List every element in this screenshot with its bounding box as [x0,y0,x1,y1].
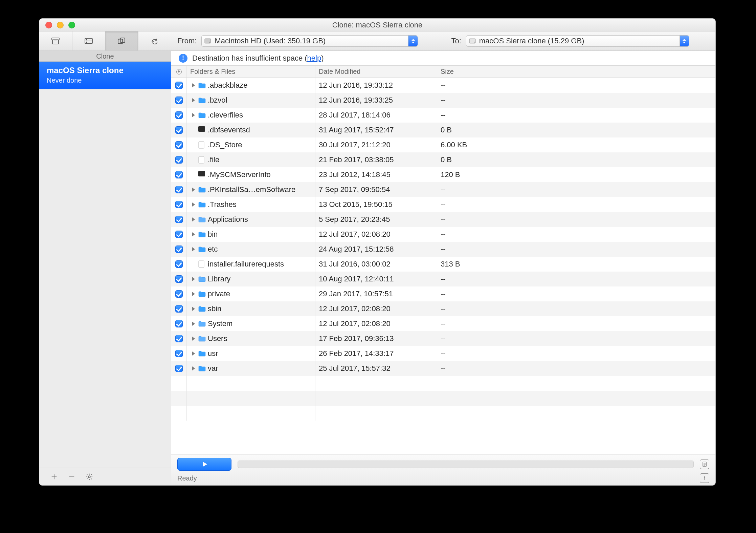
file-row[interactable]: .MySCMServerInfo23 Jul 2012, 14:18:45120… [171,167,715,182]
header-name-column[interactable]: Folders & Files [187,66,315,78]
row-checkbox[interactable] [175,216,183,223]
row-checkbox[interactable] [175,171,183,178]
remove-task-button[interactable] [67,472,76,482]
file-row[interactable]: System12 Jul 2017, 02:08:20-- [171,316,715,331]
svg-rect-13 [205,39,211,43]
disclosure-triangle-icon[interactable] [192,217,195,221]
run-button[interactable] [177,458,231,471]
warning-help-link[interactable]: help [307,54,321,62]
row-filename: etc [208,245,218,254]
header-check-column[interactable] [171,66,187,78]
row-checkbox[interactable] [175,156,183,164]
disclosure-triangle-icon[interactable] [192,337,195,341]
row-checkbox[interactable] [175,320,183,327]
row-checkbox[interactable] [175,335,183,342]
file-row[interactable]: private29 Jan 2017, 10:57:51-- [171,286,715,301]
row-date: 21 Feb 2017, 03:38:05 [315,152,437,167]
row-size: 6.00 KB [437,137,500,152]
row-checkbox[interactable] [175,111,183,119]
row-date: 31 Jul 2016, 03:00:02 [315,257,437,272]
settings-button[interactable] [85,472,94,482]
sidebar-tab-archive[interactable] [39,31,72,50]
header-date-column[interactable]: Date Modified [315,66,437,78]
row-filename: System [208,319,232,328]
row-date: 7 Sep 2017, 09:50:54 [315,182,437,197]
row-checkbox[interactable] [175,82,183,89]
disclosure-triangle-icon[interactable] [192,188,195,192]
row-checkbox[interactable] [175,201,183,208]
file-row[interactable]: .file21 Feb 2017, 03:38:050 B [171,152,715,167]
sidebar-tab-clone[interactable] [105,31,138,50]
row-checkbox[interactable] [175,246,183,253]
file-row[interactable]: .cleverfiles28 Jul 2017, 18:14:06-- [171,108,715,123]
file-row[interactable]: .PKInstallSa…emSoftware7 Sep 2017, 09:50… [171,182,715,197]
sidebar-tab-sync[interactable] [138,31,171,50]
executable-icon [198,126,206,134]
row-filename: .MySCMServerInfo [208,170,271,179]
row-checkbox[interactable] [175,260,183,268]
row-checkbox[interactable] [175,97,183,104]
disclosure-triangle-icon[interactable] [192,232,195,236]
row-name-cell: Users [187,331,315,346]
row-size: 0 B [437,123,500,137]
sidebar-task[interactable]: macOS Sierra cloneNever done [39,62,171,89]
file-row[interactable]: installer.failurerequests31 Jul 2016, 03… [171,257,715,272]
disclosure-triangle-icon[interactable] [192,277,195,281]
folder-icon [198,186,206,193]
row-checkbox[interactable] [175,290,183,298]
row-checkbox[interactable] [175,126,183,134]
row-checkbox[interactable] [175,350,183,357]
row-checkbox-cell [171,137,187,152]
row-size: -- [437,286,500,301]
row-filename: bin [208,230,218,239]
row-checkbox[interactable] [175,305,183,313]
task-subtitle: Never done [47,77,163,84]
row-checkbox[interactable] [175,365,183,372]
folder-icon [198,201,206,208]
task-title: macOS Sierra clone [47,66,163,75]
file-list[interactable]: .abackblaze12 Jun 2016, 19:33:12--.bzvol… [171,78,715,454]
file-row[interactable]: Applications5 Sep 2017, 20:23:45-- [171,212,715,227]
row-checkbox-cell [171,123,187,137]
row-date: 12 Jul 2017, 02:08:20 [315,316,437,331]
row-size: 313 B [437,257,500,272]
row-checkbox[interactable] [175,231,183,238]
file-row[interactable]: .Trashes13 Oct 2015, 19:50:15-- [171,197,715,212]
dest-volume-popup[interactable]: macOS Sierra clone (15.29 GB) [466,35,689,47]
file-row[interactable]: Users17 Feb 2017, 09:36:13-- [171,331,715,346]
row-checkbox[interactable] [175,275,183,283]
disclosure-triangle-icon[interactable] [192,98,195,102]
file-row[interactable]: var25 Jul 2017, 15:57:32-- [171,361,715,376]
file-row[interactable]: .bzvol12 Jun 2016, 19:33:25-- [171,93,715,108]
alert-button[interactable] [700,473,709,483]
file-row[interactable]: .dbfseventsd31 Aug 2017, 15:52:470 B [171,123,715,137]
file-row[interactable]: .DS_Store30 Jul 2017, 21:12:206.00 KB [171,137,715,152]
disclosure-triangle-icon[interactable] [192,83,195,87]
disclosure-triangle-icon[interactable] [192,322,195,326]
file-row[interactable]: etc24 Aug 2017, 15:12:58-- [171,242,715,257]
source-volume-popup[interactable]: Macintosh HD (Used: 350.19 GB) [201,35,418,47]
disclosure-triangle-icon[interactable] [192,113,195,117]
file-row[interactable]: .abackblaze12 Jun 2016, 19:33:12-- [171,78,715,93]
file-row[interactable]: usr26 Feb 2017, 14:33:17-- [171,346,715,361]
header-size-column[interactable]: Size [437,66,500,78]
file-row[interactable]: sbin12 Jul 2017, 02:08:20-- [171,301,715,316]
disclosure-triangle-icon[interactable] [192,247,195,251]
row-name-cell: .PKInstallSa…emSoftware [187,182,315,197]
disclosure-triangle-icon[interactable] [192,351,195,356]
log-button[interactable] [700,460,709,469]
add-task-button[interactable] [49,472,59,482]
row-date: 23 Jul 2012, 14:18:45 [315,167,437,182]
disclosure-triangle-icon[interactable] [192,307,195,311]
row-checkbox[interactable] [175,186,183,193]
row-date: 31 Aug 2017, 15:52:47 [315,123,437,137]
source-dest-bar: From: Macintosh HD (Used: 350.19 GB) To:… [171,31,715,51]
sidebar-tab-volumes[interactable] [72,31,106,50]
row-size: 120 B [437,167,500,182]
file-row[interactable]: Library10 Aug 2017, 12:40:11-- [171,272,715,286]
disclosure-triangle-icon[interactable] [192,202,195,207]
file-row[interactable]: bin12 Jul 2017, 02:08:20-- [171,227,715,242]
row-checkbox[interactable] [175,141,183,149]
disclosure-triangle-icon[interactable] [192,292,195,296]
disclosure-triangle-icon[interactable] [192,366,195,370]
